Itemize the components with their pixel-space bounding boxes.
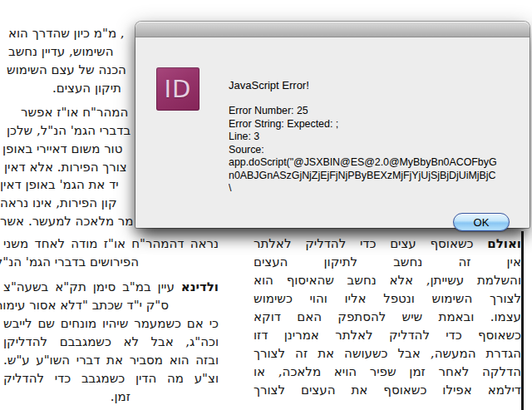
dialog-info-line: Error String: Expected: ; <box>229 118 525 131</box>
hebrew-line-right: ואולם כשאוסף עצים כדי להדליק לאלתר <box>254 236 521 252</box>
hebrew-fragment-left: הכנה של עצם השימוש <box>7 62 126 77</box>
hebrew-fragment-left: השימוש, עדיין נחשב <box>8 44 113 59</box>
hebrew-line-left: וכה"ג, אבל לא כשמגבבם להדליקן תיכף". <box>3 334 219 350</box>
hebrew-line-left: כי אם כשמעמר שיהיו מונחים שם לייבש <box>3 316 219 332</box>
ok-button[interactable]: OK <box>453 213 510 231</box>
dialog-source-line: app.doScript("@JSXBIN@ES@2.0@MyBbyBn0ACO… <box>229 156 525 170</box>
hebrew-line-right: אין זה נחשב לתיקון העצים <box>254 254 521 270</box>
page-border-line <box>521 231 524 410</box>
hebrew-fragment-left: טור משום דאיירי באופן <box>2 141 122 156</box>
hebrew-fragment-left: יד את הגמ' באופן דאין <box>0 177 119 192</box>
hebrew-line-left: זמן. <box>111 389 131 404</box>
hebrew-fragment-left: תיקון העצים. <box>52 81 121 96</box>
hebrew-line-left: נראה דהמהר"ח או"ז מודה לאחד משני <box>3 236 219 252</box>
hebrew-line-right: והשלמת עשייתן, אלא נחשב שהאיסוף הוא <box>254 273 521 289</box>
javascript-error-dialog: ID JavaScript Error! Error Number: 25Err… <box>135 22 530 228</box>
dialog-info-line: Source: <box>229 144 525 157</box>
hebrew-fragment-left: המהר"ח או"ז אפשר <box>21 105 128 120</box>
dialog-source-line: n0ABJGnASzGjNjZjEjFjNjPByBEXzMjFjYjUjSjB… <box>229 170 525 183</box>
dialog-source-line: \ <box>229 182 525 195</box>
hebrew-line-right: עצמו. ובאמת שיש להסתפק האם דוקא <box>254 309 521 325</box>
hebrew-line-right: הדלקה לאחר זמן שפיר הויא מלאכה, או <box>254 364 521 380</box>
dialog-message: Error Number: 25Error String: Expected: … <box>229 105 525 195</box>
hebrew-line-left: וצ"ע מה הדין כשמגבב כדי להדליק לאחר <box>3 371 219 387</box>
dialog-title: JavaScript Error! <box>229 79 309 91</box>
app-icon-label: ID <box>165 77 192 101</box>
bold-lead-word: ואולם <box>487 236 521 251</box>
hebrew-fragment-left: בדברי הגמ' הנ"ל, שלכן <box>7 123 131 138</box>
hebrew-line-right: הגדרת המעשה, אבל כשעושה את זה לצורך <box>254 346 521 362</box>
hebrew-line-left: ובזה הוא מסביר את דברי השו"ע ע"ש. <box>3 353 219 368</box>
dialog-info-line: Line: 3 <box>229 131 525 144</box>
dialog-body: ID JavaScript Error! Error Number: 25Err… <box>135 37 530 228</box>
dialog-info-line: Error Number: 25 <box>229 105 525 118</box>
hebrew-line-right: לצורך השימוש ונטפל אליו והוי כשימוש <box>254 291 521 307</box>
bold-lead-word: ולדינא <box>181 279 219 294</box>
hebrew-line-left: ולדינא עיין במ"ב סימן תק"א בשעה"צ <box>3 279 219 295</box>
hebrew-line-right: דילמא אפילו כשאוסף את העצים לצורך <box>254 383 521 398</box>
hebrew-fragment-left: מר מלאכה למעשר. אשר <box>0 214 134 229</box>
hebrew-line-left: ס"ק י"ד שכתב "דלא אסור עימור <box>0 298 169 313</box>
hebrew-line-right: כשאוסף כדי להדליק לאלתר אמרינן דזו <box>254 328 521 343</box>
hebrew-line-left: הפירושים בדברי הגמ' הנ"ל. <box>0 254 139 269</box>
page: { "dialog": { "title_text": "JavaScript … <box>0 0 532 410</box>
dialog-title-bar[interactable] <box>135 22 530 37</box>
indesign-app-icon: ID <box>156 67 200 111</box>
hebrew-fragment-left: קון הפירות, אינו נראה <box>0 195 117 210</box>
hebrew-fragment-left: , מ"מ כיון שהדרך הוא <box>8 26 125 41</box>
hebrew-fragment-left: צורך הפירות. אלא דאין <box>4 160 127 175</box>
